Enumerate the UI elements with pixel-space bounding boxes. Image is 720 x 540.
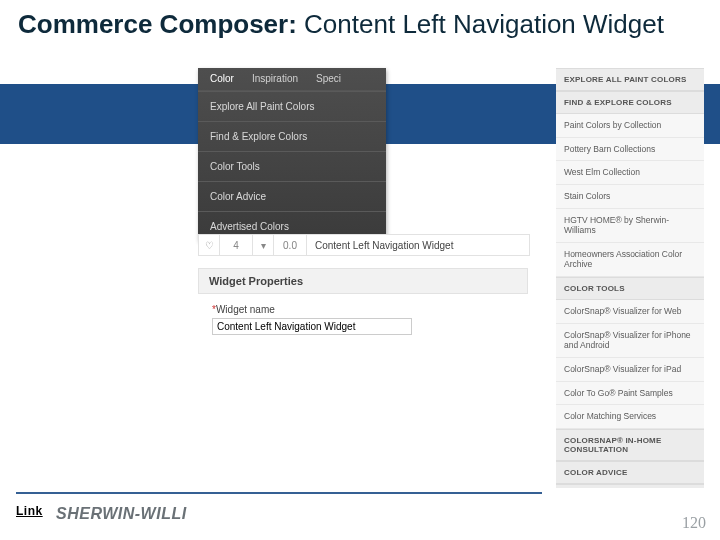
tab-inspiration[interactable]: Inspiration [252, 73, 298, 84]
nav-section-header[interactable]: COLOR ADVICE [556, 461, 704, 484]
nav-section-header[interactable]: EXPLORE ALL PAINT COLORS [556, 68, 704, 91]
menu-item[interactable]: Color Tools [198, 151, 386, 181]
nav-link[interactable]: ColorSnap® Visualizer for Web [556, 300, 704, 324]
page-number: 120 [682, 514, 706, 532]
nav-section-header[interactable]: COLORSNAP® IN-HOME CONSULTATION [556, 429, 704, 461]
menu-item[interactable]: Find & Explore Colors [198, 121, 386, 151]
nav-section-header[interactable]: FIND & EXPLORE COLORS [556, 91, 704, 114]
weight-value[interactable]: 0.0 [274, 235, 307, 255]
tab-special[interactable]: Speci [316, 73, 341, 84]
nav-link[interactable]: Homeowners Association Color Archive [556, 243, 704, 277]
sherwin-williams-logo: SHERWIN-WILLI [56, 494, 226, 534]
nav-link[interactable]: Color To Go® Paint Samples [556, 382, 704, 406]
footer-link[interactable]: Link [16, 504, 43, 518]
nav-section-header[interactable]: ADVERTISED COLORS [556, 484, 704, 488]
menu-item[interactable]: Explore All Paint Colors [198, 91, 386, 121]
nav-dropdown-tabs: Color Inspiration Speci [198, 68, 386, 91]
title-rest: Content Left Navigation Widget [304, 9, 664, 39]
nav-link[interactable]: Color Matching Services [556, 405, 704, 429]
nav-link[interactable]: HGTV HOME® by Sherwin-Williams [556, 209, 704, 243]
nav-dropdown: Color Inspiration Speci Explore All Pain… [198, 68, 386, 241]
widget-properties-panel: Widget Properties *Widget name [198, 268, 528, 345]
chevron-down-icon[interactable]: ▾ [253, 235, 274, 255]
widget-name-input[interactable] [212, 318, 412, 335]
nav-link[interactable]: Paint Colors by Collection [556, 114, 704, 138]
field-label: *Widget name [212, 304, 514, 315]
tab-color[interactable]: Color [210, 73, 234, 84]
content-left-nav-preview: EXPLORE ALL PAINT COLORS FIND & EXPLORE … [556, 68, 704, 488]
slide-title: Commerce Composer: Content Left Navigati… [18, 8, 664, 41]
nav-link[interactable]: Pottery Barn Collections [556, 138, 704, 162]
widget-config-row: ♡ 4 ▾ 0.0 Content Left Navigation Widget [198, 234, 530, 256]
menu-item[interactable]: Color Advice [198, 181, 386, 211]
nav-link[interactable]: ColorSnap® Visualizer for iPad [556, 358, 704, 382]
slot-number[interactable]: 4 [220, 235, 253, 255]
nav-link[interactable]: Stain Colors [556, 185, 704, 209]
nav-link[interactable]: ColorSnap® Visualizer for iPhone and And… [556, 324, 704, 358]
widget-label: Content Left Navigation Widget [307, 240, 529, 251]
properties-header: Widget Properties [198, 268, 528, 294]
anchor-dropdown[interactable]: ♡ [199, 235, 220, 255]
nav-link[interactable]: West Elm Collection [556, 161, 704, 185]
title-strong: Commerce Composer: [18, 9, 297, 39]
nav-section-header[interactable]: COLOR TOOLS [556, 277, 704, 300]
